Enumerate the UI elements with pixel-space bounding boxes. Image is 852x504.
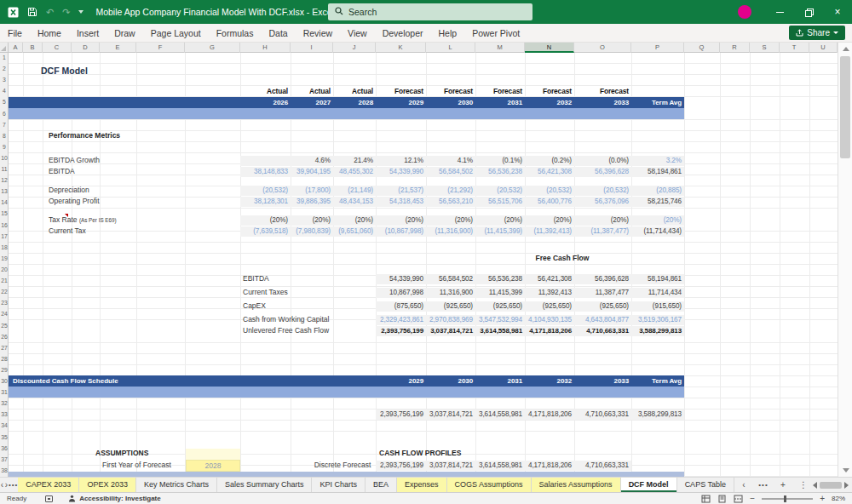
cell[interactable]: 56,421,308 <box>525 167 574 177</box>
cell[interactable]: (925,650) <box>574 301 631 312</box>
scroll-up-icon[interactable] <box>843 47 849 51</box>
row-header-17[interactable]: 17 <box>0 233 9 239</box>
scroll-left-icon[interactable] <box>813 482 817 489</box>
cell[interactable]: (21,537) <box>376 186 426 196</box>
zoom-slider-thumb[interactable] <box>784 495 786 502</box>
cell[interactable]: 3,037,814,721 <box>426 461 475 471</box>
new-sheet-icon[interactable]: + <box>774 478 792 492</box>
cell[interactable]: (20%) <box>333 215 376 226</box>
cell[interactable]: 3,614,558,981 <box>475 410 525 420</box>
page-break-view-icon[interactable] <box>734 495 743 503</box>
sheet-tab-dcf-model[interactable]: DCF Model <box>621 478 677 492</box>
cell[interactable]: 10,867,998 <box>376 288 426 298</box>
row-header-21[interactable]: 21 <box>0 278 9 284</box>
row-header-12[interactable]: 12 <box>0 177 9 183</box>
cash-flow-profiles-header[interactable]: CASH FLOW PROFILES <box>379 449 461 457</box>
cell[interactable]: 2031 <box>475 376 525 387</box>
horizontal-scrollbar-thumb[interactable] <box>820 482 842 489</box>
cell[interactable]: (21,292) <box>426 186 475 196</box>
column-header-e[interactable]: E <box>100 43 136 53</box>
row-header-2[interactable]: 2 <box>0 66 9 72</box>
cell[interactable]: (20%) <box>475 215 525 226</box>
row-header-18[interactable]: 18 <box>0 244 9 250</box>
cell[interactable]: (925,650) <box>475 301 525 312</box>
cell[interactable]: (11,387,477) <box>574 226 631 237</box>
scroll-down-icon[interactable] <box>843 468 849 472</box>
row-header-24[interactable]: 24 <box>0 311 9 317</box>
cell[interactable]: 54,318,453 <box>376 197 426 207</box>
cell[interactable]: 56,515,706 <box>475 197 525 207</box>
row-header-5[interactable]: 5 <box>0 99 9 105</box>
cell[interactable]: Term Avg <box>631 98 684 108</box>
row-header-36[interactable]: 36 <box>0 445 9 451</box>
row-header-37[interactable]: 37 <box>0 456 9 462</box>
vertical-scrollbar[interactable] <box>838 43 852 477</box>
cell[interactable]: 4,171,818,206 <box>525 326 574 336</box>
close-button[interactable]: × <box>823 0 852 24</box>
cell[interactable]: 3,037,814,721 <box>426 326 475 336</box>
row-header-35[interactable]: 35 <box>0 434 9 440</box>
cell[interactable]: 11,316,900 <box>426 288 475 298</box>
cell[interactable]: 4,710,663,331 <box>574 326 631 336</box>
customize-qat-icon[interactable] <box>78 10 83 14</box>
cell[interactable]: (925,650) <box>525 301 574 312</box>
zoom-level[interactable]: 82% <box>832 495 845 502</box>
cell[interactable]: (7,980,839) <box>291 226 333 237</box>
restore-button[interactable] <box>794 0 823 24</box>
redo-icon[interactable]: ↷ <box>62 7 70 18</box>
row-header-14[interactable]: 14 <box>0 199 9 205</box>
cell[interactable]: Actual <box>240 86 291 96</box>
sheet-tab-key-metrics-charts[interactable]: Key Metrics Charts <box>136 478 217 492</box>
select-all-corner[interactable] <box>0 43 9 53</box>
column-header-n[interactable]: N <box>525 43 574 53</box>
sheet-tab-salaries-assumptions[interactable]: Salaries Assumptions <box>532 478 621 492</box>
column-header-d[interactable]: D <box>72 43 100 53</box>
row-label-operating-profit[interactable]: Operating Profit <box>49 197 100 205</box>
cell[interactable]: (20,532) <box>240 186 291 196</box>
cell[interactable]: 3,547,532,994 <box>475 315 525 325</box>
row-header-10[interactable]: 10 <box>0 155 9 161</box>
cell[interactable]: (20%) <box>574 215 631 226</box>
cell[interactable]: 11,415,399 <box>475 288 525 298</box>
cell[interactable]: 56,396,628 <box>574 274 631 284</box>
sheet-tab-opex-2033[interactable]: OPEX 2033 <box>79 478 136 492</box>
cell[interactable]: 11,387,477 <box>574 288 631 298</box>
tab-home[interactable]: Home <box>30 24 69 43</box>
tab-scroll-left-2-icon[interactable]: ‹ <box>734 478 753 492</box>
normal-view-icon[interactable] <box>701 495 711 503</box>
page-layout-view-icon[interactable] <box>717 495 727 503</box>
row-label-current-tax[interactable]: Current Tax <box>49 226 86 235</box>
cell[interactable]: 4,710,663,331 <box>574 410 631 420</box>
cell[interactable]: (10,867,998) <box>376 226 426 237</box>
tab-file[interactable]: File <box>0 24 30 43</box>
assumptions-header[interactable]: ASSUMPTIONS <box>95 449 148 457</box>
cell[interactable]: 2028 <box>333 98 376 108</box>
share-button[interactable]: Share <box>789 26 845 40</box>
cell[interactable]: (915,650) <box>631 301 684 312</box>
cell[interactable]: (20,532) <box>574 186 631 196</box>
column-header-i[interactable]: I <box>291 43 333 53</box>
cell[interactable]: 56,400,776 <box>525 197 574 207</box>
cell[interactable]: (7,639,518) <box>240 226 291 237</box>
cell[interactable]: 56,584,502 <box>426 274 475 284</box>
cell[interactable]: 2030 <box>426 98 475 108</box>
column-header-a[interactable]: A <box>9 43 23 53</box>
cell[interactable]: 2033 <box>574 98 631 108</box>
first-year-forecast-input[interactable]: 2028 <box>186 460 240 472</box>
tab-options-icon[interactable]: ⋮ <box>794 478 813 492</box>
cell[interactable]: 3,588,299,813 <box>631 410 684 420</box>
cell[interactable]: 38,148,833 <box>240 167 291 177</box>
cell[interactable]: (925,650) <box>426 301 475 312</box>
row-header-27[interactable]: 27 <box>0 345 9 351</box>
cell[interactable]: 4,643,804,877 <box>574 315 631 325</box>
cell[interactable]: (11,392,413) <box>525 226 574 237</box>
cell[interactable]: 48,455,302 <box>333 167 376 177</box>
column-header-f[interactable]: F <box>136 43 185 53</box>
cell[interactable]: 21.4% <box>333 156 376 166</box>
cell[interactable]: 3,614,558,981 <box>475 461 525 471</box>
row-header-7[interactable]: 7 <box>0 122 9 128</box>
row-header-22[interactable]: 22 <box>0 289 9 295</box>
column-header-r[interactable]: R <box>720 43 750 53</box>
cell[interactable]: 2031 <box>475 98 525 108</box>
tab-power-pivot[interactable]: Power Pivot <box>464 24 527 43</box>
